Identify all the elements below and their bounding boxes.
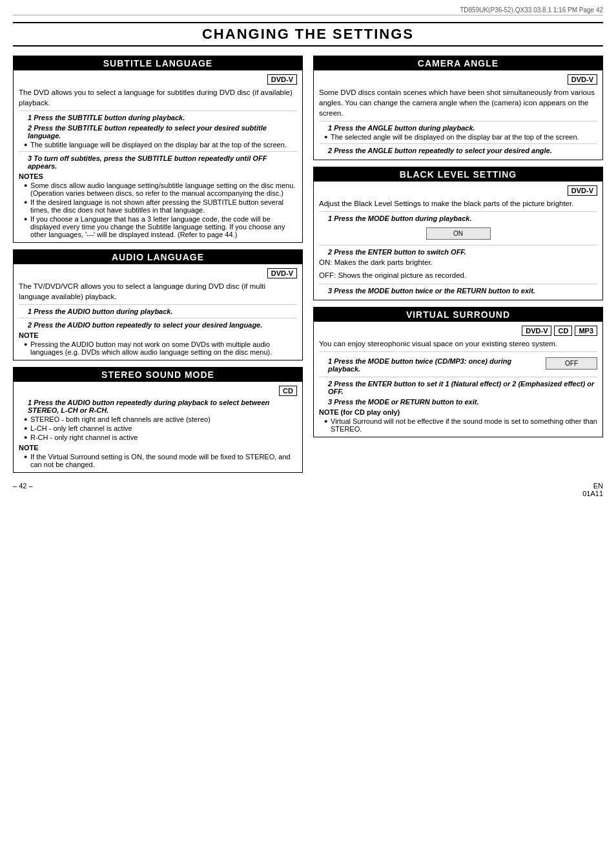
vs-cd-badge: CD bbox=[554, 326, 572, 336]
subtitle-notes-label: NOTES bbox=[19, 172, 297, 180]
audio-dvd-badge: DVD-V bbox=[267, 268, 297, 278]
subtitle-step2: 2 Press the SUBTITLE button repeatedly t… bbox=[28, 124, 297, 140]
subtitle-dvd-badge: DVD-V bbox=[267, 74, 297, 85]
footer-code: EN 01A11 bbox=[582, 482, 603, 497]
vs-step1: 1 Press the MODE button twice (CD/MP3: o… bbox=[328, 357, 540, 373]
page-footer: – 42 – EN 01A11 bbox=[13, 482, 603, 497]
vs-note-label: NOTE (for CD play only) bbox=[319, 408, 597, 416]
subtitle-step3: 3 To turn off subtitles, press the SUBTI… bbox=[28, 154, 297, 170]
subtitle-note-1: If the desired language is not shown aft… bbox=[25, 198, 297, 214]
stereo-sound-mode-title: STEREO SOUND MODE bbox=[14, 368, 302, 382]
black-level-section: BLACK LEVEL SETTING DVD-V Adjust the Bla… bbox=[313, 167, 603, 300]
stereo-step1: 1 Press the AUDIO button repeatedly duri… bbox=[28, 399, 297, 414]
subtitle-note-0: Some discs allow audio language setting/… bbox=[25, 182, 297, 197]
camera-angle-section: CAMERA ANGLE DVD-V Some DVD discs contai… bbox=[313, 56, 603, 160]
vs-intro: You can enjoy stereophonic visual space … bbox=[319, 339, 597, 349]
vs-note-0: Virtual Surround will not be effective i… bbox=[325, 417, 597, 433]
black-step3: 3 Press the MODE button twice or the RET… bbox=[328, 287, 597, 295]
footer-page-num: – 42 – bbox=[13, 482, 33, 497]
subtitle-note-2: If you choose a Language that has a 3 le… bbox=[25, 215, 297, 238]
subtitle-note-bullet1: The subtitle language will be displayed … bbox=[25, 141, 297, 149]
stereo-sound-mode-section: STEREO SOUND MODE CD 1 Press the AUDIO b… bbox=[13, 367, 303, 473]
audio-intro: The TV/DVD/VCR allows you to select a la… bbox=[19, 281, 297, 302]
audio-step1: 1 Press the AUDIO button during playback… bbox=[28, 308, 297, 315]
black-dvd-badge: DVD-V bbox=[568, 185, 597, 196]
vs-screen-text: OFF bbox=[565, 360, 578, 367]
camera-step1: 1 Press the ANGLE button during playback… bbox=[328, 124, 597, 132]
main-title: CHANGING THE SETTINGS bbox=[13, 22, 603, 47]
audio-note-label: NOTE bbox=[19, 331, 297, 339]
vs-screen-indicator: OFF bbox=[546, 357, 597, 370]
black-on-text: ON: Makes the dark parts brighter. bbox=[319, 257, 597, 267]
virtual-surround-section: VIRTUAL SURROUND DVD-V CD MP3 You can en… bbox=[313, 307, 603, 437]
audio-note-0: Pressing the AUDIO button may not work o… bbox=[25, 340, 297, 356]
stereo-bullet-2: R-CH - only right channel is active bbox=[25, 433, 297, 441]
subtitle-language-title: SUBTITLE LANGUAGE bbox=[14, 56, 302, 70]
camera-dvd-badge: DVD-V bbox=[568, 74, 597, 85]
subtitle-step1: 1 Press the SUBTITLE button during playb… bbox=[28, 114, 297, 121]
black-off-text: OFF: Shows the original picture as recor… bbox=[319, 270, 597, 280]
black-step1: 1 Press the MODE button during playback. bbox=[328, 214, 597, 222]
camera-step2: 2 Press the ANGLE button repeatedly to s… bbox=[328, 147, 597, 154]
vs-step3: 3 Press the MODE or RETURN button to exi… bbox=[328, 398, 597, 406]
black-screen-indicator: ON bbox=[426, 227, 491, 240]
audio-language-title: AUDIO LANGUAGE bbox=[14, 250, 302, 264]
stereo-cd-badge: CD bbox=[279, 386, 297, 396]
black-intro: Adjust the Black Level Settings to make … bbox=[319, 198, 597, 209]
stereo-note-label: NOTE bbox=[19, 444, 297, 452]
vs-step2: 2 Press the ENTER button to set it 1 (Na… bbox=[328, 380, 597, 395]
subtitle-language-section: SUBTITLE LANGUAGE DVD-V The DVD allows y… bbox=[13, 56, 303, 243]
vs-mp3-badge: MP3 bbox=[575, 326, 597, 336]
black-step2: 2 Press the ENTER button to switch OFF. bbox=[328, 248, 597, 256]
camera-angle-title: CAMERA ANGLE bbox=[314, 56, 602, 70]
stereo-bullet-1: L-CH - only left channel is active bbox=[25, 424, 297, 432]
stereo-bullet-0: STEREO - both right and left channels ar… bbox=[25, 415, 297, 423]
subtitle-intro: The DVD allows you to select a language … bbox=[19, 87, 297, 108]
vs-dvd-badge: DVD-V bbox=[522, 326, 551, 336]
page-header: TD859UK(P36-52).QX33 03.8.1 1:16 PM Page… bbox=[13, 6, 603, 16]
audio-step2: 2 Press the AUDIO button repeatedly to s… bbox=[28, 321, 297, 329]
camera-note-bullet1: The selected angle will be displayed on … bbox=[325, 133, 597, 141]
black-level-title: BLACK LEVEL SETTING bbox=[314, 167, 602, 182]
black-screen-text: ON bbox=[453, 230, 463, 237]
stereo-note-0: If the Virtual Surround setting is ON, t… bbox=[25, 453, 297, 468]
virtual-surround-title: VIRTUAL SURROUND bbox=[314, 308, 602, 322]
audio-language-section: AUDIO LANGUAGE DVD-V The TV/DVD/VCR allo… bbox=[13, 249, 303, 360]
camera-intro: Some DVD discs contain scenes which have… bbox=[319, 87, 597, 118]
